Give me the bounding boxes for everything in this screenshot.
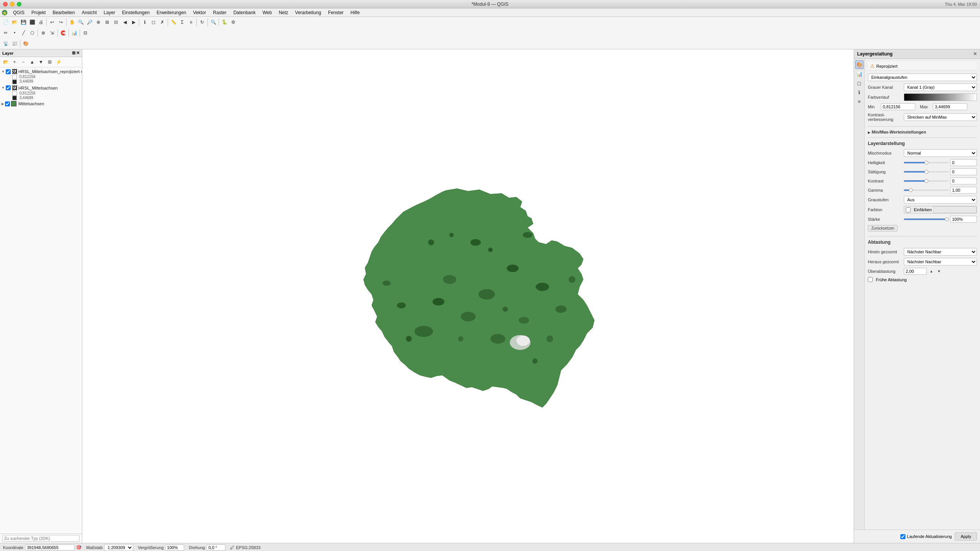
kontrast2-slider[interactable] xyxy=(904,180,949,182)
menu-verarbeitung[interactable]: Verarbeitung xyxy=(292,9,324,16)
kontrast2-thumb[interactable] xyxy=(924,179,928,183)
saettigung-slider[interactable] xyxy=(904,171,949,173)
minmax-section-header[interactable]: Min/Max-Werteinstellungen xyxy=(868,130,977,134)
zuruecksetzen-button[interactable]: Zurücksetzen xyxy=(868,225,898,231)
zoom-layer-button[interactable]: ⊟ xyxy=(112,18,120,26)
hinein-select[interactable]: Nächster Nachbar xyxy=(904,248,977,256)
menu-web[interactable]: Web xyxy=(260,9,275,16)
menu-netz[interactable]: Netz xyxy=(276,9,291,16)
saettigung-thumb[interactable] xyxy=(924,170,928,174)
staerke-slider[interactable] xyxy=(904,218,949,220)
layer-up-button[interactable]: ▲ xyxy=(28,58,36,66)
expand-arrow-2[interactable]: ▼ xyxy=(2,86,5,90)
kontrast-select[interactable]: Strecken auf MinMax xyxy=(904,113,977,121)
zoom-last-button[interactable]: ◀ xyxy=(121,18,129,26)
layout-button[interactable]: 📰 xyxy=(10,39,19,48)
polygon-button[interactable]: ⬡ xyxy=(28,29,36,37)
koordinate-input[interactable] xyxy=(25,544,75,551)
maximize-window-button[interactable] xyxy=(17,2,21,7)
helligkeit-input[interactable] xyxy=(950,159,977,166)
panel-close-button[interactable]: ✕ xyxy=(76,51,80,55)
menu-fenster[interactable]: Fenster xyxy=(325,9,347,16)
open-layer-button[interactable]: 📂 xyxy=(2,58,10,66)
helligkeit-slider[interactable] xyxy=(904,162,949,163)
layer-scroll-1[interactable]: ≡ xyxy=(81,70,82,74)
close-window-button[interactable] xyxy=(3,2,8,7)
layer-checkbox-2[interactable] xyxy=(6,85,11,90)
style-transparency-button[interactable]: ◻ xyxy=(855,79,864,87)
identify-button[interactable]: ℹ xyxy=(140,18,149,26)
live-update-checkbox[interactable] xyxy=(900,534,905,539)
undo-button[interactable]: ↩ xyxy=(48,18,56,26)
digitize-button[interactable]: ✏ xyxy=(2,29,10,37)
print-button[interactable]: 🖨 xyxy=(37,18,45,26)
attribute-table-button[interactable]: 📊 xyxy=(70,29,78,37)
ueberabtastung-up-button[interactable]: ▲ xyxy=(928,268,934,274)
menu-projekt[interactable]: Projekt xyxy=(28,9,49,16)
refresh-button[interactable]: ↻ xyxy=(198,18,206,26)
layer-item-mittelsachsen[interactable]: ▶ Mittelsachsen xyxy=(0,101,82,107)
layer-group-button[interactable]: ⊞ xyxy=(46,58,54,66)
style-histogram-button[interactable]: 📊 xyxy=(855,70,864,78)
menu-bearbeiten[interactable]: Bearbeiten xyxy=(49,9,78,16)
point-button[interactable]: • xyxy=(10,29,19,37)
style-panel-close-button[interactable]: ✕ xyxy=(973,51,977,57)
menu-datenbank[interactable]: Datenbank xyxy=(230,9,259,16)
einfarben-checkbox[interactable] xyxy=(906,207,911,212)
farbverlauf-bar[interactable] xyxy=(904,93,977,101)
map-canvas[interactable] xyxy=(82,49,854,543)
statistics-button[interactable]: Σ xyxy=(178,18,186,26)
gamma-thumb[interactable] xyxy=(909,188,913,192)
new-project-button[interactable]: 📄 xyxy=(2,18,10,26)
redo-button[interactable]: ↪ xyxy=(57,18,65,26)
menu-vektor[interactable]: Vektor xyxy=(190,9,209,16)
zoom-out-button[interactable]: 🔎 xyxy=(85,18,94,26)
graustufen-select[interactable]: Aus xyxy=(904,196,977,204)
select-button[interactable]: ◻ xyxy=(149,18,158,26)
snap-button[interactable]: 🧲 xyxy=(59,29,67,37)
menu-raster[interactable]: Raster xyxy=(210,9,229,16)
menu-einstellungen[interactable]: Einstellungen xyxy=(119,9,153,16)
max-value-input[interactable] xyxy=(933,103,967,110)
window-controls[interactable] xyxy=(3,2,21,7)
search-button[interactable]: 🔍 xyxy=(209,18,217,26)
deselect-button[interactable]: ✗ xyxy=(158,18,167,26)
drehung-input[interactable] xyxy=(206,544,225,551)
heraus-select[interactable]: Nächster Nachbar xyxy=(904,258,977,266)
layer-checkbox-1[interactable] xyxy=(6,69,11,74)
gamma-slider[interactable] xyxy=(904,189,949,191)
menu-qgis[interactable]: QGIS xyxy=(10,9,28,16)
einfarben-color[interactable] xyxy=(933,206,977,213)
move-button[interactable]: ⇲ xyxy=(48,29,56,37)
measure-button[interactable]: 📏 xyxy=(169,18,178,26)
style-legend-button[interactable]: ≡ xyxy=(855,97,864,106)
ueberabtastung-input[interactable] xyxy=(904,268,927,275)
minimize-window-button[interactable] xyxy=(10,2,15,7)
staerke-thumb[interactable] xyxy=(945,217,949,221)
renderer-type-select[interactable]: Einkanalgraustufen xyxy=(868,73,977,81)
style-renderer-button[interactable]: 🎨 xyxy=(855,60,864,69)
expand-arrow-3[interactable]: ▶ xyxy=(2,102,4,106)
topology-button[interactable]: ⊟ xyxy=(81,29,90,37)
kontrast2-input[interactable] xyxy=(950,178,977,184)
menu-erweiterungen[interactable]: Erweiterungen xyxy=(154,9,189,16)
layer-search-input[interactable] xyxy=(2,535,80,542)
zoom-full-button[interactable]: ⊕ xyxy=(94,18,103,26)
menu-ansicht[interactable]: Ansicht xyxy=(78,9,100,16)
remove-layer-button[interactable]: − xyxy=(19,58,28,66)
open-project-button[interactable]: 📂 xyxy=(10,18,19,26)
layer-item-hrsl[interactable]: ▼ 🖼 HRSL_Mittelsachsen 0,812156 3,44699 xyxy=(0,85,82,101)
menu-hilfe[interactable]: Hilfe xyxy=(348,9,363,16)
layer-item-reprojiziert[interactable]: ▼ 🖼 HRSL_Mittelsachsen_reprojiziert ≡ 0,… xyxy=(0,68,82,85)
python-button[interactable]: 🐍 xyxy=(220,18,229,26)
menu-layer[interactable]: Layer xyxy=(101,9,118,16)
node-button[interactable]: ⊕ xyxy=(39,29,47,37)
calculator-button[interactable]: ≡ xyxy=(187,18,195,26)
add-layer-button[interactable]: + xyxy=(10,58,19,66)
mischmodus-select[interactable]: Normal xyxy=(904,149,977,157)
gps-button[interactable]: 📡 xyxy=(2,39,10,48)
save-project-button[interactable]: 💾 xyxy=(19,18,28,26)
zoom-in-button[interactable]: 🔍 xyxy=(77,18,85,26)
plugin-button[interactable]: ⚙ xyxy=(229,18,237,26)
grauer-kanal-select[interactable]: Kanal 1 (Gray) xyxy=(904,83,977,91)
